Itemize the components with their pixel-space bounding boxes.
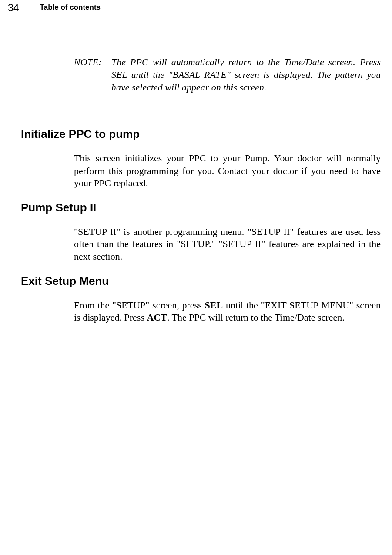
heading-setup2: Pump Setup II <box>21 201 381 214</box>
page-header: 34 Table of contents <box>0 0 381 14</box>
heading-initialize: Initialize PPC to pump <box>21 127 381 141</box>
para-exit: From the "SETUP" screen, press SEL until… <box>74 299 381 324</box>
exit-post: . The PPC will return to the Time/Date s… <box>167 312 345 323</box>
act-key: ACT <box>147 312 167 323</box>
note-text: The PPC will automatically return to the… <box>111 56 381 94</box>
document-page: 34 Table of contents NOTE: The PPC will … <box>0 0 392 555</box>
heading-exit: Exit Setup Menu <box>21 274 381 288</box>
page-number: 34 <box>8 2 19 14</box>
exit-pre: From the "SETUP" screen, press <box>74 300 205 311</box>
page-content: NOTE: The PPC will automatically return … <box>0 56 392 324</box>
para-initialize: This screen initializes your PPC to your… <box>74 152 381 190</box>
header-title: Table of contents <box>40 3 101 12</box>
sel-key: SEL <box>205 300 223 311</box>
note-block: NOTE: The PPC will automatically return … <box>74 56 381 94</box>
para-setup2: "SETUP II" is another programming menu. … <box>74 226 381 263</box>
note-label: NOTE: <box>74 56 111 94</box>
